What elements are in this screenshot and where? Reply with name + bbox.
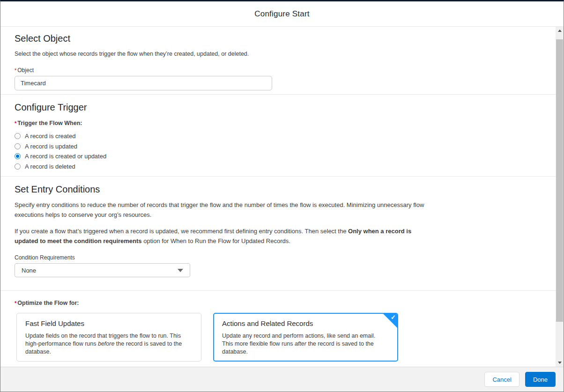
trigger-when-label: *Trigger the Flow When: xyxy=(15,120,542,126)
required-asterisk: * xyxy=(15,67,16,73)
scroll-up-icon xyxy=(558,30,562,32)
entry-conditions-section: Set Entry Conditions Specify entry condi… xyxy=(0,177,556,291)
radio-record-updated[interactable]: A record is updated xyxy=(15,141,542,152)
cancel-button[interactable]: Cancel xyxy=(484,372,519,387)
dialog-footer: Cancel Done xyxy=(0,367,564,392)
trigger-radio-group: A record is created A record is updated … xyxy=(15,131,542,171)
configure-start-dialog: Configure Start Select Object Select the… xyxy=(0,0,564,392)
radio-icon[interactable] xyxy=(15,133,21,139)
select-object-description: Select the object whose records trigger … xyxy=(15,49,427,59)
scroll-down-icon xyxy=(558,362,562,364)
required-asterisk: * xyxy=(15,120,16,126)
entry-conditions-paragraph-1: Specify entry conditions to reduce the n… xyxy=(15,200,427,220)
configure-trigger-heading: Configure Trigger xyxy=(15,102,542,113)
radio-record-deleted[interactable]: A record is deleted xyxy=(15,162,542,172)
card-fast-field-updates[interactable]: Fast Field Updates Update fields on the … xyxy=(16,313,201,362)
radio-icon[interactable] xyxy=(15,143,21,149)
scrollbar-thumb[interactable] xyxy=(556,39,563,322)
dropdown-arrow-icon xyxy=(178,269,183,272)
optimize-label: *Optimize the Flow for: xyxy=(15,300,542,306)
done-button[interactable]: Done xyxy=(525,372,556,387)
optimize-section: *Optimize the Flow for: Fast Field Updat… xyxy=(0,291,556,366)
checkmark-icon: ✓ xyxy=(391,314,396,321)
card-actions-and-related-records[interactable]: ✓ Actions and Related Records Update any… xyxy=(213,313,398,362)
vertical-scrollbar[interactable] xyxy=(556,27,564,367)
dialog-body: Select Object Select the object whose re… xyxy=(0,27,564,367)
condition-requirements-value: None xyxy=(22,267,36,274)
dialog-header: Configure Start xyxy=(0,1,564,27)
optimize-cards: Fast Field Updates Update fields on the … xyxy=(16,313,542,362)
radio-selected-icon[interactable] xyxy=(15,153,21,159)
radio-record-created[interactable]: A record is created xyxy=(15,131,542,141)
configure-trigger-section: Configure Trigger *Trigger the Flow When… xyxy=(0,95,556,177)
scroll-down-button[interactable] xyxy=(556,359,564,367)
dialog-title: Configure Start xyxy=(254,9,309,19)
scroll-up-button[interactable] xyxy=(556,27,564,35)
object-input[interactable] xyxy=(15,76,272,90)
object-field-label: *Object xyxy=(15,67,542,74)
entry-conditions-heading: Set Entry Conditions xyxy=(15,184,542,195)
radio-record-created-or-updated[interactable]: A record is created or updated xyxy=(15,151,542,162)
condition-requirements-label: Condition Requirements xyxy=(15,254,542,261)
entry-conditions-paragraph-2: If you create a flow that’s triggered wh… xyxy=(15,226,427,246)
required-asterisk: * xyxy=(15,300,16,306)
select-object-heading: Select Object xyxy=(15,33,542,44)
select-object-section: Select Object Select the object whose re… xyxy=(0,27,556,95)
condition-requirements-dropdown[interactable]: None xyxy=(15,263,190,277)
radio-icon[interactable] xyxy=(15,163,21,170)
